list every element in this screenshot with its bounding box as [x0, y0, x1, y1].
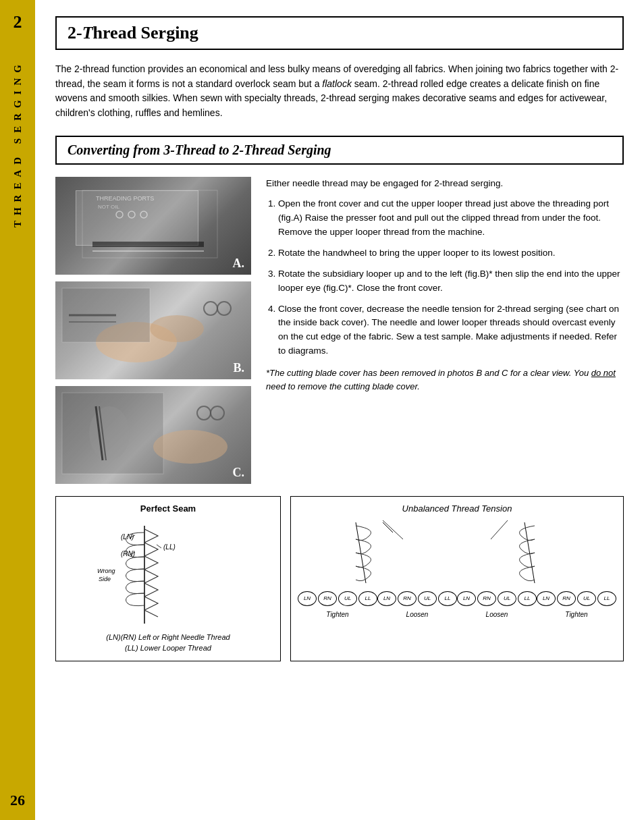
circle-UL-1: UL [338, 591, 357, 606]
tension-label-4: Tighten [565, 611, 587, 618]
photos-column: THREADING PORTS NOT OIL A. [55, 177, 251, 484]
svg-point-20 [211, 406, 224, 420]
photo-a: THREADING PORTS NOT OIL A. [55, 177, 251, 275]
content-area: THREADING PORTS NOT OIL A. [55, 177, 624, 484]
circle-UL-3: UL [498, 591, 516, 606]
perfect-seam-title: Perfect Seam [63, 503, 273, 514]
svg-point-16 [89, 406, 130, 460]
svg-line-30 [157, 545, 161, 548]
circle-UL-4: UL [577, 591, 596, 606]
sidebar-label-text: THREAD SERGING [12, 59, 23, 227]
tension-group-2: LN RN UL LL Loosen [377, 591, 457, 618]
photo-a-label: A. [233, 256, 245, 271]
instructions-column: Either needle thread may be engaged for … [266, 177, 624, 484]
svg-text:NOT OIL: NOT OIL [98, 204, 119, 210]
step-3: Rotate the subsidiary looper up and to t… [278, 267, 624, 296]
circle-LN-1: LN [298, 591, 317, 606]
svg-point-3 [116, 211, 123, 218]
unbalanced-tension-svg [298, 519, 616, 586]
circle-LN-3: LN [457, 591, 476, 606]
main-content: 2-Thread Serging The 2-thread function p… [35, 0, 644, 820]
tension-indicators: LN RN UL LL Tighten LN RN UL LL Loo [298, 591, 616, 618]
tension-group-3: LN RN UL LL Loosen [457, 591, 537, 618]
photo-b: B. [55, 281, 251, 379]
svg-point-10 [204, 302, 217, 315]
legend-line1: (LN)(RN) Left or Right Needle Thread [63, 632, 273, 643]
svg-text:(RN): (RN) [121, 550, 135, 557]
svg-line-34 [383, 520, 403, 539]
sidebar-label: THREAD SERGING [12, 59, 24, 227]
svg-point-5 [140, 211, 147, 218]
perfect-seam-box: Perfect Seam (LN) (RN) (LL) Wrong Side [55, 496, 281, 661]
circle-LL-3: LL [518, 591, 537, 606]
circle-LL-1: LL [358, 591, 377, 606]
legend-line2: (LL) Lower Looper Thread [63, 643, 273, 654]
sidebar-page-number: 26 [10, 792, 25, 820]
tension-label-2: Loosen [406, 611, 429, 618]
svg-point-11 [217, 302, 231, 315]
tension-circles-3: LN RN UL LL [457, 591, 537, 606]
sidebar-chapter-number: 2 [14, 12, 22, 32]
step-2: Rotate the handwheel to bring the upper … [278, 246, 624, 261]
circle-UL-2: UL [418, 591, 437, 606]
photo-c: C. [55, 386, 251, 484]
tension-label-1: Tighten [326, 611, 348, 618]
perfect-seam-legend: (LN)(RN) Left or Right Needle Thread (LL… [63, 632, 273, 654]
svg-point-9 [150, 315, 204, 342]
photo-c-label: C. [233, 466, 245, 480]
perfect-seam-svg: (LN) (RN) (LL) Wrong Side [63, 519, 273, 627]
intro-instruction: Either needle thread may be engaged for … [266, 177, 624, 190]
tension-label-3: Loosen [486, 611, 508, 618]
sidebar: 2 THREAD SERGING 26 [0, 0, 35, 820]
tension-group-1: LN RN UL LL Tighten [298, 591, 377, 618]
circle-LN-2: LN [377, 591, 396, 606]
tension-circles-1: LN RN UL LL [298, 591, 377, 606]
svg-text:Side: Side [99, 576, 111, 582]
circle-RN-2: RN [398, 591, 417, 606]
svg-line-32 [383, 522, 393, 532]
circle-RN-4: RN [557, 591, 576, 606]
circle-RN-3: RN [477, 591, 496, 606]
circle-LL-2: LL [438, 591, 457, 606]
intro-paragraph: The 2-thread function provides an econom… [55, 62, 624, 121]
main-title-box: 2-Thread Serging [55, 16, 624, 50]
svg-text:Wrong: Wrong [97, 568, 115, 574]
svg-point-4 [128, 211, 135, 218]
svg-line-36 [491, 520, 508, 539]
main-title: 2-Thread Serging [68, 23, 612, 43]
svg-text:THREADING PORTS: THREADING PORTS [96, 195, 154, 202]
tension-circles-2: LN RN UL LL [377, 591, 457, 606]
section-title-box: Converting from 3-Thread to 2-Thread Ser… [55, 136, 624, 165]
circle-LL-4: LL [597, 591, 616, 606]
note-text: *The cutting blade cover has been remove… [266, 366, 624, 393]
diagrams-row: Perfect Seam (LN) (RN) (LL) Wrong Side [55, 496, 624, 661]
section-title: Converting from 3-Thread to 2-Thread Ser… [68, 142, 612, 158]
circle-LN-4: LN [537, 591, 556, 606]
photo-b-label: B. [233, 361, 244, 375]
unbalanced-tension-box: Unbalanced Thread Tension [290, 496, 624, 661]
circle-RN-1: RN [318, 591, 337, 606]
steps-list: Open the front cover and cut the upper l… [278, 197, 624, 358]
svg-text:(LL): (LL) [163, 543, 176, 551]
svg-point-19 [197, 406, 211, 420]
step-4: Close the front cover, decrease the need… [278, 302, 624, 359]
unbalanced-tension-title: Unbalanced Thread Tension [298, 503, 616, 514]
step-1: Open the front cover and cut the upper l… [278, 197, 624, 240]
svg-point-21 [153, 430, 227, 464]
tension-group-4: LN RN UL LL Tighten [537, 591, 616, 618]
tension-circles-4: LN RN UL LL [537, 591, 616, 606]
